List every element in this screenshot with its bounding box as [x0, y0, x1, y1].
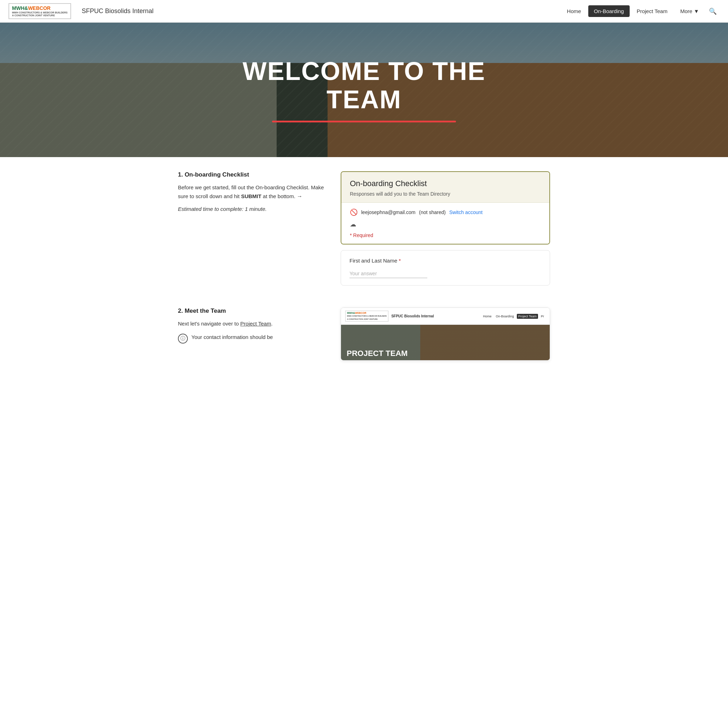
- mini-nav-active: Project Team: [517, 314, 538, 319]
- info-icon: ⓘ: [178, 334, 188, 344]
- mini-nav-pr: Pr: [539, 314, 545, 319]
- nav-onboarding[interactable]: On-Boarding: [588, 5, 630, 17]
- mini-browser-container: MWH&WEBCOR MWH CONSTRUCTORS & WEBCOR BUI…: [341, 308, 550, 360]
- logo-mwh: MWH: [12, 5, 24, 11]
- navbar: MWH&WEBCOR MWH CONSTRUCTORS & WEBCOR BUI…: [0, 0, 728, 22]
- form-card-body: 🚫 leejosephna@gmail.com (not shared) Swi…: [342, 203, 549, 244]
- form-field-card: First and Last Name *: [341, 250, 550, 285]
- project-team-link[interactable]: Project Team: [240, 321, 271, 327]
- account-email: leejosephna@gmail.com: [361, 210, 416, 215]
- section1-left: 1. On-boarding Checklist Before we get s…: [178, 171, 327, 290]
- logo-ampersand: &: [24, 5, 28, 11]
- cloud-row: ☁: [350, 220, 541, 228]
- nav-project-team[interactable]: Project Team: [631, 5, 673, 17]
- form-card-title: On-boarding Checklist: [350, 179, 541, 188]
- mini-site-title: SFPUC Biosolids Internal: [391, 314, 434, 318]
- hero-section: WELCOME TO THE TEAM: [0, 22, 728, 157]
- search-icon[interactable]: 🔍: [706, 4, 719, 18]
- logo-sub2: A CONSTRUCTION JOINT VENTURE: [12, 14, 67, 17]
- mini-nav-onboarding: On-Boarding: [494, 314, 515, 319]
- required-label: * Required: [350, 232, 541, 238]
- chevron-down-icon: ▼: [694, 8, 699, 14]
- mini-browser: MWH&WEBCOR MWH CONSTRUCTORS & WEBCOR BUI…: [341, 308, 550, 360]
- info-row: ⓘ Your contact information should be: [178, 333, 327, 346]
- mini-nav-links: Home On-Boarding Project Team Pr: [482, 314, 545, 319]
- form-card-header: On-boarding Checklist Responses will add…: [342, 172, 549, 203]
- logo-webcor: WEBCOR: [28, 5, 51, 11]
- section2-heading: 2. Meet the Team: [178, 308, 327, 315]
- nav-home[interactable]: Home: [562, 5, 587, 17]
- hero-title: WELCOME TO THE TEAM: [243, 57, 486, 113]
- form-card-subtitle: Responses will add you to the Team Direc…: [350, 191, 541, 197]
- mini-hero: PROJECT TEAM: [341, 325, 550, 360]
- arrow-icon: →: [297, 193, 303, 199]
- mini-navbar: MWH&WEBCOR MWH CONSTRUCTORS & WEBCOR BUI…: [341, 308, 550, 325]
- privacy-icon: 🚫: [350, 208, 358, 216]
- section2-body: Next let's navigate over to Project Team…: [178, 320, 327, 328]
- section1-italic: Estimated time to complete: 1 minute.: [178, 206, 327, 212]
- mini-logo: MWH&WEBCOR MWH CONSTRUCTORS & WEBCOR BUI…: [345, 310, 388, 322]
- section1-heading: 1. On-boarding Checklist: [178, 171, 327, 178]
- section2-left: 2. Meet the Team Next let's navigate ove…: [178, 308, 327, 346]
- not-shared-label: (not shared): [419, 210, 446, 215]
- required-star: *: [398, 258, 401, 264]
- content-row-2: 2. Meet the Team Next let's navigate ove…: [178, 308, 550, 360]
- account-row: 🚫 leejosephna@gmail.com (not shared) Swi…: [350, 208, 541, 216]
- content-row-1: 1. On-boarding Checklist Before we get s…: [178, 171, 550, 290]
- mini-hero-text: PROJECT TEAM: [347, 350, 407, 357]
- section1-body: Before we get started, fill out the On-b…: [178, 183, 327, 201]
- cloud-icon: ☁: [350, 220, 356, 228]
- mini-nav-home: Home: [482, 314, 493, 319]
- logo[interactable]: MWH&WEBCOR MWH CONSTRUCTORS & WEBCOR BUI…: [9, 3, 71, 19]
- site-title: SFPUC Biosolids Internal: [82, 8, 154, 15]
- field-label: First and Last Name *: [349, 258, 541, 264]
- section1-right: On-boarding Checklist Responses will add…: [341, 171, 550, 290]
- nav-more[interactable]: More ▼: [675, 5, 705, 17]
- hero-content: WELCOME TO THE TEAM: [243, 57, 486, 122]
- hero-divider: [272, 121, 456, 122]
- main-content: 1. On-boarding Checklist Before we get s…: [169, 157, 559, 375]
- name-input[interactable]: [349, 269, 427, 278]
- form-card: On-boarding Checklist Responses will add…: [341, 171, 550, 244]
- logo-sub1: MWH CONSTRUCTORS & WEBCOR BUILDERS: [12, 11, 67, 14]
- nav-links: Home On-Boarding Project Team More ▼ 🔍: [562, 4, 719, 18]
- section2-body3: Your contact information should be: [192, 333, 273, 341]
- switch-account-link[interactable]: Switch account: [449, 210, 482, 215]
